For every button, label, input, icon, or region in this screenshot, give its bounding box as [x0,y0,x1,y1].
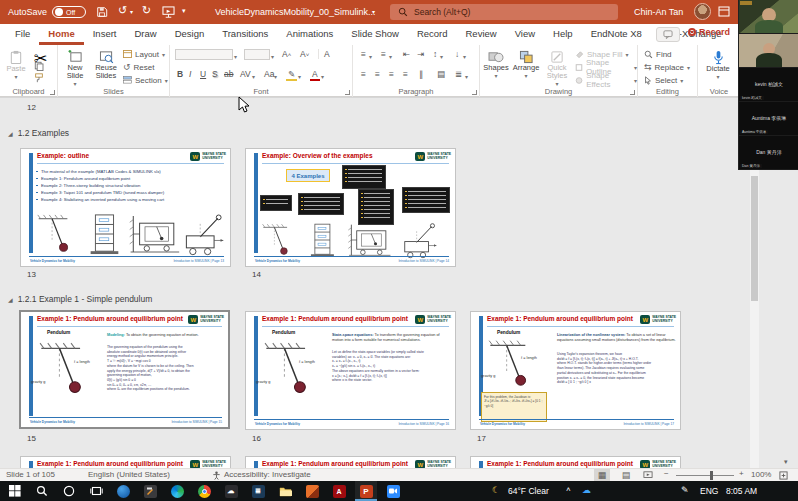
onedrive-icon[interactable]: ☁ [582,485,591,495]
decrease-font-size-button[interactable]: A˅ [298,49,311,59]
quick-styles-button[interactable]: Quick Styles ▾ [542,47,572,88]
fit-slide-icon[interactable] [779,471,788,480]
tab-insert[interactable]: Insert [84,24,126,45]
file-explorer-icon[interactable] [274,481,296,501]
columns-button[interactable]: ∥ [417,69,425,79]
align-right-button[interactable]: ≡ [387,69,396,79]
text-direction-button[interactable]: ↓ [453,49,461,59]
shape-effects-button[interactable]: Shape Effects▾ [575,74,637,86]
scrollbar-thumb[interactable] [751,176,758,301]
tab-draw[interactable]: Draw [125,24,165,45]
participant-tile-3[interactable]: kevin 柏誠文 kevin 柏誠文 [739,68,798,102]
tab-endnote[interactable]: EndNote X8 [582,24,651,45]
dictate-button[interactable]: Dictate ▾ [702,47,734,81]
slide-thumbnail-18[interactable]: Example 1: Pendulum around equilibrium p… [20,456,231,468]
tray-expand-icon[interactable]: ˄ [566,485,571,494]
section-collapse-icon[interactable]: ◢ [8,297,13,303]
tab-animations[interactable]: Animations [277,24,342,45]
numbering-caret-icon[interactable]: ▾ [389,53,392,60]
slide-thumbnail-15[interactable]: Example 1: Pendulum around equilibrium p… [19,310,230,429]
accessibility-status[interactable]: Accessibility: Investigate [224,470,311,479]
cortana-button[interactable] [58,481,80,501]
paste-button[interactable]: Paste ▾ [3,47,29,81]
participant-video-2[interactable] [739,34,798,68]
paragraph-dialog-launcher[interactable] [472,90,477,95]
zoom-level[interactable]: 100% [751,470,771,479]
replace-button[interactable]: ⇆ Replace▾ [644,61,690,73]
matlab-icon[interactable] [301,481,323,501]
spreadsheet-app-icon[interactable]: ≣ [247,481,269,501]
tab-transitions[interactable]: Transitions [213,24,277,45]
clock[interactable]: 8:05 AM [726,486,757,496]
title-caret-icon[interactable]: ▾ [372,8,375,15]
clipboard-dialog-launcher[interactable] [50,90,55,95]
font-name-combobox[interactable] [175,49,233,60]
slide-thumbnail-16[interactable]: Example 1: Pendulum around equilibrium p… [245,311,456,430]
highlight-caret-icon[interactable]: ▾ [298,73,301,80]
undo-caret-icon[interactable]: ▾ [130,8,133,15]
align-text-button[interactable]: ▤ [435,69,447,79]
find-button[interactable]: Find [644,48,672,60]
font-size-caret-icon[interactable]: ▾ [271,53,274,60]
zoom-slider[interactable] [676,475,734,476]
new-slide-button[interactable]: New Slide ▾ [60,47,90,88]
copy-button[interactable] [34,61,44,71]
weather-moon-icon[interactable]: ☾ [492,485,500,495]
select-button[interactable]: Select▾ [644,74,683,86]
bold-button[interactable]: B [175,69,185,79]
spacing-caret-icon[interactable]: ▾ [252,73,255,80]
section-collapse-icon[interactable]: ◢ [8,131,13,137]
font-color-button[interactable]: A [310,69,320,81]
smartart-caret-icon[interactable]: ▾ [465,73,468,80]
search-input[interactable]: Search (Alt+Q) [390,4,618,20]
taskbar-search-button[interactable] [31,481,53,501]
slide-thumbnail-17[interactable]: Example 1: Pendulum around equilibrium p… [470,311,681,430]
change-case-caret-icon[interactable]: ▾ [274,73,277,80]
slide-thumbnail-19[interactable]: Example 1: Pendulum around equilibrium p… [245,456,456,468]
underline-button[interactable]: U [198,69,208,79]
slide-thumbnail-20[interactable]: Example 1: Pendulum around equilibrium p… [470,456,681,468]
convert-smartart-button[interactable]: ≣ [453,69,464,79]
document-title[interactable]: VehicleDynamicsMobility_00_Simulink... [215,0,376,24]
layout-button[interactable]: Layout▾ [123,48,165,60]
align-center-button[interactable]: ≡ [373,69,382,79]
text-shadow-button[interactable]: S [210,69,220,79]
language-indicator[interactable]: English (United States) [88,470,170,479]
tab-slide-show[interactable]: Slide Show [342,24,408,45]
undo-button[interactable]: ↺ [118,4,127,17]
start-button[interactable] [4,481,26,501]
reuse-slides-button[interactable]: Reuse Slides [91,47,121,80]
scroll-down-icon[interactable]: ▾ [784,458,788,466]
tab-file[interactable]: File [6,24,39,45]
input-language[interactable]: ENG [700,486,718,496]
numbering-button[interactable]: ≡ [379,49,388,59]
section-button[interactable]: Section▾ [123,74,168,86]
slide-thumbnail-13[interactable]: Example: outline W WAYNE STATEUNIVERSITY… [20,148,231,267]
comments-button[interactable] [656,27,680,42]
justify-button[interactable]: ≡ [401,69,410,79]
save-icon[interactable] [96,6,108,18]
format-painter-button[interactable] [34,73,44,83]
participant-tile-4[interactable]: Auntima 李依琳 Auntima 李依琳 [739,102,798,136]
clear-formatting-button[interactable]: A [318,49,332,59]
italic-button[interactable]: I [187,69,193,79]
shapes-button[interactable]: Shapes ▾ [482,47,510,80]
line-spacing-caret-icon[interactable]: ▾ [440,53,443,60]
participant-tile-5[interactable]: Dan 黃丹洋 Dan 黃丹洋 [739,136,798,170]
edge-icon[interactable] [166,481,188,501]
ribbon-display-options-icon[interactable] [718,6,730,17]
pen-tray-icon[interactable]: ✎ [681,485,689,495]
redo-button[interactable]: ↻ [142,4,151,17]
font-color-caret-icon[interactable]: ▾ [321,73,324,80]
chrome-icon[interactable] [193,481,215,501]
bullets-button[interactable]: ≡ [359,49,368,59]
reset-button[interactable]: ↺ Reset [123,61,154,73]
tab-view[interactable]: View [506,24,544,45]
account-name[interactable]: Chin-An Tan [634,0,683,24]
increase-font-size-button[interactable]: A˄ [280,49,293,59]
weather-text[interactable]: 64°F Clear [508,486,549,496]
section-header-examples[interactable]: ◢1.2 Examples [8,128,69,138]
autosave-toggle[interactable]: Off [52,6,86,18]
start-presentation-icon[interactable] [162,6,175,18]
tab-review[interactable]: Review [457,24,506,45]
